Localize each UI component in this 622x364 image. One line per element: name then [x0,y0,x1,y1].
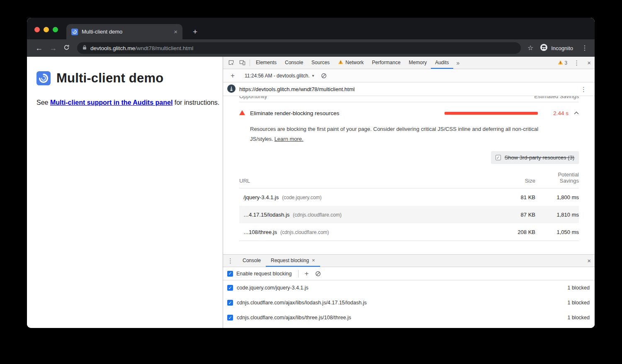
new-tab-button[interactable]: + [190,27,201,36]
resource-savings: 1,050 ms [546,229,579,235]
devtools-drawer: ⋮ Console Request blocking × × ✓ Enable … [223,254,595,328]
resources-table: URL Size Potential Savings /jquery-3.4.1… [239,169,579,241]
audits-report: Opportunity Estimated Savings Eliminate … [223,96,595,254]
blocked-count: 1 blocked [567,315,590,321]
column-potential-savings: Potential Savings [546,171,579,184]
audit-run-label: 11:24:56 AM - devtools.glitch. [245,73,310,79]
enable-blocking-label: Enable request blocking [236,271,292,277]
more-tabs-icon[interactable]: » [453,60,463,66]
resource-savings: 1,800 ms [546,194,579,200]
intro-prefix: See [36,99,50,106]
lock-icon [82,45,87,51]
devtools-menu-icon[interactable]: ⋮ [570,60,583,66]
warning-icon [558,60,563,66]
close-window-button[interactable] [34,27,40,32]
third-party-checkbox[interactable]: ✓ [496,155,501,160]
page-title: Multi-client demo [56,71,163,86]
opportunity-description: Resources are blocking the first paint o… [250,124,573,144]
opportunity-section-header: Opportunity Estimated Savings [239,96,579,102]
learn-more-link[interactable]: Learn more. [275,136,304,142]
blocked-count: 1 blocked [567,300,590,306]
resource-host: (cdnjs.cloudflare.com) [293,212,341,218]
clear-audits-icon[interactable] [321,73,327,79]
drawer-tab-request-blocking[interactable]: Request blocking × [266,255,320,267]
audit-run-select[interactable]: 11:24:56 AM - devtools.glitch. ▾ [245,73,314,79]
incognito-label: Incognito [551,45,573,51]
tab-audits[interactable]: Audits [431,57,453,69]
collapse-chevron-icon[interactable] [574,111,579,115]
browser-toolbar: ← → devtools.glitch.me/wndt78/multiclien… [27,39,595,57]
reload-icon[interactable] [60,43,73,53]
browser-tab[interactable]: Multi-client demo × [66,24,182,39]
request-blocking-toolbar: ✓ Enable request blocking + [223,267,595,280]
new-audit-icon[interactable]: + [227,72,238,79]
page-header: Multi-client demo [36,71,223,86]
drawer-tab-close-icon[interactable]: × [312,257,315,263]
resource-host: (code.jquery.com) [282,195,321,200]
browser-titlebar: Multi-client demo × + [27,18,595,39]
audits-support-link[interactable]: Multi-client support in the Audits panel [50,99,173,106]
inspect-element-icon[interactable] [226,60,237,66]
tab-sources[interactable]: Sources [307,57,334,69]
report-header: https://devtools.glitch.me/wndt78/multic… [223,82,595,96]
pattern-checkbox[interactable]: ✓ [227,315,233,321]
tab-console[interactable]: Console [281,57,307,69]
third-party-filter[interactable]: ✓ Show 3rd-party resources (3) [491,151,579,164]
back-icon[interactable]: ← [32,43,46,53]
pattern-text: cdnjs.cloudflare.com/ajax/libs/three.js/… [237,315,567,321]
zoom-window-button[interactable] [53,27,58,32]
blocked-pattern-row[interactable]: ✓ cdnjs.cloudflare.com/ajax/libs/lodash.… [223,295,595,310]
drawer-tabbar: ⋮ Console Request blocking × × [223,255,595,267]
tab-network[interactable]: Network [334,57,368,69]
tab-memory[interactable]: Memory [405,57,431,69]
resource-size: 81 KB [498,194,535,200]
estimated-savings-label: Estimated Savings [534,96,579,99]
drawer-menu-icon[interactable]: ⋮ [223,258,238,264]
intro-suffix: for instructions. [173,99,219,106]
drawer-tab-console[interactable]: Console [238,255,266,267]
column-size: Size [498,178,535,184]
opportunity-header-label: Opportunity [239,96,267,99]
resource-size: 87 KB [498,212,535,218]
traffic-lights [34,27,58,32]
pattern-checkbox[interactable]: ✓ [227,285,233,291]
toolbar-separator [250,60,250,66]
drawer-close-icon[interactable]: × [583,258,595,264]
tab-close-icon[interactable]: × [174,29,177,35]
devtools-tabbar: Elements Console Sources Network Perform… [223,57,595,69]
tab-elements[interactable]: Elements [252,57,281,69]
blocked-pattern-row[interactable]: ✓ code.jquery.com/jquery-3.4.1.js 1 bloc… [223,280,595,295]
network-warning-icon [338,60,343,65]
resource-savings: 1,810 ms [546,212,579,218]
devtools-close-icon[interactable]: × [583,60,595,66]
pattern-checkbox[interactable]: ✓ [227,300,233,306]
device-toolbar-icon[interactable] [237,60,248,66]
third-party-filter-label: Show 3rd-party resources (3) [505,154,574,161]
page-paragraph: See Multi-client support in the Audits p… [36,98,221,107]
tab-title: Multi-client demo [82,29,174,35]
table-row: /jquery-3.4.1.js(code.jquery.com) 81 KB … [239,188,579,206]
warning-counter[interactable]: 3 [555,60,570,66]
content-area: Multi-client demo See Multi-client suppo… [27,57,595,328]
audits-toolbar: + 11:24:56 AM - devtools.glitch. ▾ [223,69,595,82]
tab-performance[interactable]: Performance [368,57,405,69]
savings-value: 2.44 s [545,110,569,116]
address-bar[interactable]: devtools.glitch.me/wndt78/multiclient.ht… [77,42,521,54]
warning-count: 3 [565,60,568,66]
blocked-count: 1 blocked [567,285,590,291]
opportunity-title: Eliminate render-blocking resources [250,110,445,116]
savings-bar [445,112,538,115]
browser-menu-icon[interactable]: ⋮ [577,45,590,51]
report-menu-icon[interactable]: ⋮ [577,86,590,92]
enable-blocking-checkbox[interactable]: ✓ [227,271,233,277]
resource-url: /jquery-3.4.1.js [243,194,279,200]
screenshot-root: Multi-client demo × + ← → devtools.glitc… [0,0,622,364]
column-url: URL [239,178,498,184]
forward-icon[interactable]: → [46,43,60,53]
add-pattern-icon[interactable]: + [301,270,312,277]
bookmark-star-icon[interactable]: ☆ [525,45,536,51]
minimize-window-button[interactable] [44,27,49,32]
remove-all-patterns-icon[interactable] [315,271,321,277]
blocked-pattern-row[interactable]: ✓ cdnjs.cloudflare.com/ajax/libs/three.j… [223,310,595,325]
opportunity-row[interactable]: Eliminate render-blocking resources 2.44… [239,106,579,120]
